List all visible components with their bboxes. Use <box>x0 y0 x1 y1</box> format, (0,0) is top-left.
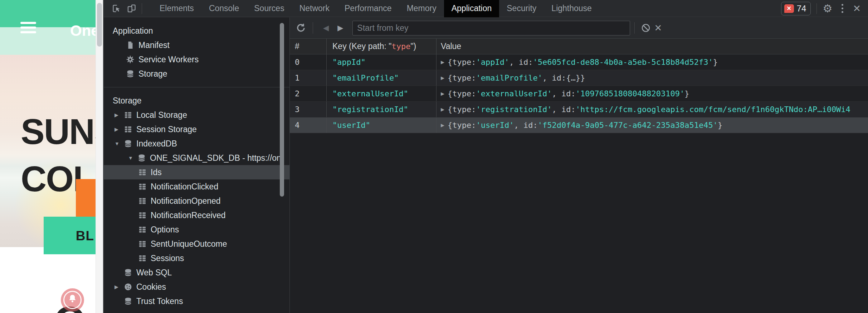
key-path-token: type <box>391 42 410 51</box>
expand-triangle-icon[interactable]: ▶ <box>441 59 444 65</box>
devtools-topbar: Elements Console Sources Network Perform… <box>104 0 868 17</box>
site-logo[interactable]: One <box>70 22 96 39</box>
table-icon <box>138 168 147 177</box>
section-application: Application <box>104 24 289 38</box>
expand-triangle-icon[interactable]: ▶ <box>441 91 444 96</box>
devtools-close-icon[interactable]: ✕ <box>853 3 861 14</box>
table-icon <box>138 225 147 234</box>
table-icon <box>138 240 147 248</box>
chevron-right-icon[interactable]: ▶ <box>114 284 124 290</box>
tab-sources[interactable]: Sources <box>247 0 292 17</box>
toolbar-divider <box>313 22 313 34</box>
tab-security[interactable]: Security <box>499 0 544 17</box>
table-row[interactable]: 3 "registrationId" ▶ {type: 'registratio… <box>290 102 868 117</box>
sidebar-item-notificationreceived[interactable]: NotificationReceived <box>104 208 289 222</box>
database-icon <box>126 69 135 78</box>
hamburger-menu-icon[interactable] <box>20 22 36 36</box>
chevron-right-icon[interactable]: ▶ <box>114 112 124 118</box>
file-icon <box>126 41 135 49</box>
column-header-value[interactable]: Value <box>436 39 868 54</box>
screen: One SUNS COLL BL Qu Elements Console <box>0 0 868 313</box>
inspect-icon[interactable] <box>111 3 122 14</box>
gear-icon <box>126 55 135 64</box>
error-icon: ✕ <box>784 4 794 13</box>
tab-network[interactable]: Network <box>292 0 337 17</box>
table-row[interactable]: 0 "appId" ▶ {type: 'appId', id: '5e605fc… <box>290 54 868 70</box>
sidebar-item-local-storage[interactable]: ▶ Local Storage <box>104 108 289 122</box>
sidebar-item-ids[interactable]: Ids <box>104 165 289 179</box>
chevron-right-icon[interactable]: ▶ <box>114 126 124 132</box>
sidebar-item-storage[interactable]: Storage <box>104 67 289 81</box>
tab-lighthouse[interactable]: Lighthouse <box>544 0 599 17</box>
sidebar-item-service-workers[interactable]: Service Workers <box>104 52 289 67</box>
toolbar-divider <box>634 22 635 34</box>
sidebar-item-cookies[interactable]: ▶ Cookies <box>104 280 289 294</box>
table-row-selected[interactable]: 4 "userId" ▶ {type: 'userId', id: 'f52d0… <box>290 117 868 133</box>
chevron-down-icon[interactable]: ▼ <box>114 141 124 146</box>
indexeddb-data-panel: ◀ ▶ ✕ # Key (Key path: "type") Value 0 <box>290 18 868 313</box>
topbar-right-controls: ✕ 74 ⚙ ✕ <box>781 2 868 15</box>
devtools-window: Elements Console Sources Network Perform… <box>103 0 868 313</box>
hero-title-line1: SUNS <box>21 108 96 155</box>
error-count: 74 <box>797 4 806 14</box>
column-header-index[interactable]: # <box>290 42 326 51</box>
tab-performance[interactable]: Performance <box>337 0 399 17</box>
teal-tile-label: BL <box>76 228 94 244</box>
column-header-key[interactable]: Key (Key path: "type") <box>326 39 436 54</box>
table-row[interactable]: 2 "externalUserId" ▶ {type: 'externalUse… <box>290 86 868 102</box>
table-icon <box>138 182 147 191</box>
cookie-icon <box>124 283 132 291</box>
sidebar-item-trust-tokens[interactable]: Trust Tokens <box>104 294 289 308</box>
database-icon <box>124 297 132 305</box>
table-icon <box>138 254 147 263</box>
tab-memory[interactable]: Memory <box>399 0 444 17</box>
table-icon <box>138 211 147 220</box>
sidebar-item-options[interactable]: Options <box>104 222 289 237</box>
page-scrollbar[interactable] <box>96 0 103 313</box>
sidebar-item-session-storage[interactable]: ▶ Session Storage <box>104 122 289 136</box>
page-scrollbar-thumb[interactable] <box>97 3 102 47</box>
orange-tile <box>76 179 96 217</box>
topbar-divider <box>142 3 142 14</box>
sidebar-item-notificationclicked[interactable]: NotificationClicked <box>104 179 289 194</box>
device-toolbar-icon[interactable] <box>126 3 137 14</box>
table-icon <box>124 125 132 134</box>
sidebar-scrollbar-thumb[interactable] <box>280 23 284 197</box>
teal-tile[interactable]: BL <box>44 217 96 254</box>
chevron-down-icon[interactable]: ▼ <box>128 155 137 161</box>
table-header: # Key (Key path: "type") Value <box>290 39 868 54</box>
notification-bell-button[interactable] <box>61 288 84 312</box>
table-icon <box>124 111 132 119</box>
expand-triangle-icon[interactable]: ▶ <box>441 122 444 128</box>
refresh-icon[interactable] <box>295 22 307 34</box>
database-icon <box>137 154 146 162</box>
more-menu-icon[interactable] <box>842 3 843 14</box>
website-preview: One SUNS COLL BL Qu <box>0 0 96 313</box>
application-sidebar: Application Manifest Service Workers Sto… <box>104 18 290 313</box>
settings-gear-icon[interactable]: ⚙ <box>823 2 832 15</box>
sidebar-item-sentuniqueoutcome[interactable]: SentUniqueOutcome <box>104 237 289 251</box>
tab-console[interactable]: Console <box>201 0 247 17</box>
tab-application[interactable]: Application <box>444 0 499 17</box>
next-page-icon[interactable]: ▶ <box>333 24 347 32</box>
expand-triangle-icon[interactable]: ▶ <box>441 107 444 112</box>
sidebar-item-sessions[interactable]: Sessions <box>104 251 289 265</box>
table-row[interactable]: 1 "emailProfile" ▶ {type: 'emailProfile'… <box>290 70 868 86</box>
sidebar-item-indexeddb[interactable]: ▼ IndexedDB <box>104 136 289 151</box>
prev-page-icon[interactable]: ◀ <box>319 24 333 32</box>
object-store-toolbar: ◀ ▶ ✕ <box>290 18 868 39</box>
section-storage: Storage <box>104 93 289 108</box>
sidebar-item-manifest[interactable]: Manifest <box>104 38 289 52</box>
sidebar-item-notificationopened[interactable]: NotificationOpened <box>104 194 289 208</box>
error-badge[interactable]: ✕ 74 <box>781 2 811 15</box>
database-icon <box>124 139 132 148</box>
expand-triangle-icon[interactable]: ▶ <box>441 75 444 81</box>
delete-selected-icon[interactable]: ✕ <box>652 22 664 34</box>
tab-elements[interactable]: Elements <box>152 0 201 17</box>
sidebar-item-web-sql[interactable]: Web SQL <box>104 265 289 280</box>
devtools-body: Application Manifest Service Workers Sto… <box>104 18 868 313</box>
clear-object-store-icon[interactable] <box>640 22 652 34</box>
start-from-key-input[interactable] <box>352 21 630 35</box>
devtools-tabs: Elements Console Sources Network Perform… <box>152 0 599 17</box>
sidebar-item-one-signal-sdk-db[interactable]: ▼ ONE_SIGNAL_SDK_DB - https://on <box>104 151 289 165</box>
